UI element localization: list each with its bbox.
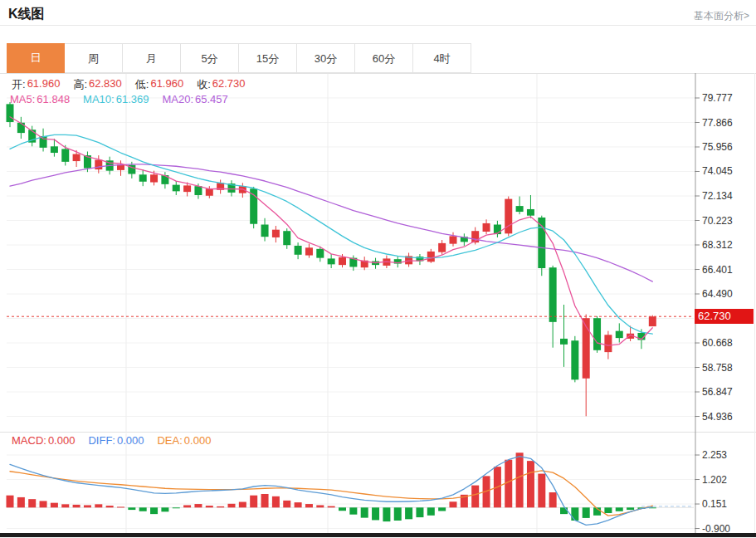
ohlc-item-3: 收:62.730 — [197, 77, 245, 92]
ohlc-label-2: 低: — [135, 77, 149, 92]
ma-label-0: MA5: — [10, 93, 35, 105]
bottom-border-bar — [0, 533, 756, 537]
axis-label-64.490: 64.490 — [702, 288, 733, 300]
macd-value-2: 0.000 — [184, 434, 212, 447]
axis-label-79.777: 79.777 — [702, 92, 733, 104]
ma-value-0: 61.848 — [37, 93, 70, 105]
macd-label-0: MACD: — [12, 434, 46, 447]
tab-15分[interactable]: 15分 — [239, 43, 297, 73]
fundamental-analysis-link[interactable]: 基本面分析> — [694, 9, 749, 23]
tab-30分[interactable]: 30分 — [297, 43, 355, 73]
kline-widget: K线图 基本面分析> 日周月5分15分30分60分4时 79.77777.866… — [0, 0, 756, 538]
axis-label-2.253: 2.253 — [702, 449, 727, 461]
header-divider — [0, 25, 756, 26]
axis-label-77.866: 77.866 — [702, 117, 733, 129]
ma-item-1: MA10:61.369 — [83, 93, 149, 105]
diff-line — [10, 457, 652, 526]
y-axis: 79.77777.86675.95674.04572.13470.22368.3… — [695, 73, 733, 535]
tab-4时[interactable]: 4时 — [413, 43, 471, 73]
ma-label-2: MA20: — [162, 93, 193, 105]
ohlc-value-2: 61.960 — [150, 77, 183, 92]
ohlc-label-0: 开: — [12, 77, 26, 92]
macd-item-0: MACD:0.000 — [12, 434, 75, 447]
macd-info-row: MACD:0.000DIFF:0.000DEA:0.000 — [12, 434, 211, 447]
ohlc-item-0: 开:61.960 — [12, 77, 60, 92]
axis-label-60.668: 60.668 — [702, 337, 733, 349]
tab-5分[interactable]: 5分 — [181, 43, 239, 73]
ma-value-2: 65.457 — [195, 93, 228, 105]
ma-item-0: MA5:61.848 — [10, 93, 70, 105]
axis-label-0.151: 0.151 — [702, 498, 727, 510]
macd-label-2: DEA: — [157, 434, 182, 447]
page-title: K线图 — [8, 6, 45, 23]
ohlc-info-row: 开:61.960高:62.830低:61.960收:62.730 — [12, 77, 246, 92]
ma-info-row: MA5:61.848MA10:61.369MA20:65.457 — [10, 93, 228, 105]
macd-label-1: DIFF: — [88, 434, 115, 447]
tab-60分[interactable]: 60分 — [355, 43, 413, 73]
gridlines — [0, 73, 756, 534]
axis-label-66.401: 66.401 — [702, 264, 733, 276]
axis-label-56.847: 56.847 — [702, 386, 733, 398]
ohlc-item-2: 低:61.960 — [135, 77, 183, 92]
ma-value-1: 61.369 — [116, 93, 149, 105]
axis-label-74.045: 74.045 — [702, 165, 733, 177]
ohlc-value-0: 61.960 — [27, 77, 61, 92]
ohlc-label-1: 高: — [73, 77, 87, 92]
tab-周[interactable]: 周 — [65, 43, 123, 73]
axis-label-54.936: 54.936 — [702, 411, 733, 423]
axis-label-68.312: 68.312 — [702, 239, 733, 251]
ohlc-value-3: 62.730 — [212, 77, 246, 92]
axis-label-72.134: 72.134 — [702, 190, 733, 202]
macd-value-0: 0.000 — [48, 434, 76, 447]
ma-label-1: MA10: — [83, 93, 115, 105]
ma-item-2: MA20:65.457 — [162, 93, 227, 105]
ohlc-label-3: 收: — [197, 77, 211, 92]
macd-value-1: 0.000 — [117, 434, 144, 447]
tab-月[interactable]: 月 — [123, 43, 181, 73]
axis-label-58.758: 58.758 — [702, 362, 733, 374]
axis-label-1.202: 1.202 — [702, 474, 727, 486]
macd-item-2: DEA:0.000 — [157, 434, 211, 447]
timeframe-tabbar: 日周月5分15分30分60分4时 — [7, 43, 471, 73]
ohlc-item-1: 高:62.830 — [73, 77, 121, 92]
macd-bars — [7, 452, 656, 521]
macd-item-1: DIFF:0.000 — [88, 434, 144, 447]
ohlc-value-1: 62.830 — [89, 77, 122, 92]
axis-label-75.956: 75.956 — [702, 141, 733, 153]
current-price-tag: 62.730 — [695, 309, 754, 324]
tab-日[interactable]: 日 — [7, 43, 65, 73]
axis-label-70.223: 70.223 — [702, 215, 733, 227]
